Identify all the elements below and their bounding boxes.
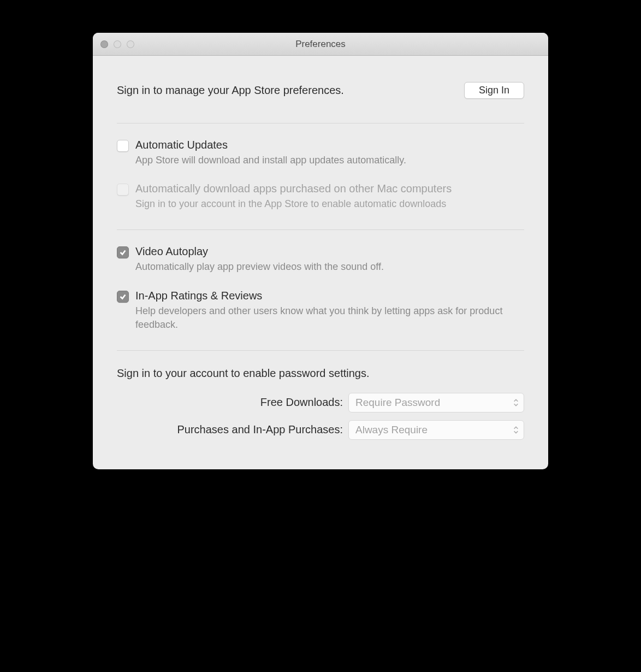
divider [117, 350, 524, 351]
free-downloads-value: Require Password [355, 397, 440, 409]
automatic-updates-checkbox[interactable] [117, 140, 129, 152]
video-autoplay-desc: Automatically play app preview videos wi… [135, 260, 524, 274]
auto-download-checkbox [117, 184, 129, 196]
pref-video-autoplay: Video Autoplay Automatically play app pr… [117, 245, 524, 274]
pref-automatic-updates: Automatic Updates App Store will downloa… [117, 139, 524, 167]
window-title: Preferences [93, 39, 548, 50]
purchases-select: Always Require [348, 420, 524, 440]
automatic-updates-desc: App Store will download and install app … [135, 154, 524, 167]
auto-download-desc: Sign in to your account in the App Store… [135, 197, 524, 211]
purchases-value: Always Require [355, 424, 428, 436]
stepper-icon [513, 398, 519, 408]
automatic-updates-label: Automatic Updates [135, 139, 524, 151]
preferences-window: Preferences Sign in to manage your App S… [93, 33, 548, 469]
auto-download-label: Automatically download apps purchased on… [135, 182, 524, 195]
divider [117, 229, 524, 230]
pref-text: Automatically download apps purchased on… [135, 182, 524, 211]
video-autoplay-checkbox[interactable] [117, 246, 129, 258]
purchases-label: Purchases and In-App Purchases: [117, 423, 343, 436]
check-icon [119, 249, 127, 256]
pref-text: In-App Ratings & Reviews Help developers… [135, 290, 524, 332]
pref-ratings-reviews: In-App Ratings & Reviews Help developers… [117, 290, 524, 332]
divider [117, 123, 524, 123]
ratings-reviews-checkbox[interactable] [117, 291, 129, 303]
password-heading: Sign in to your account to enable passwo… [117, 367, 524, 380]
signin-button[interactable]: Sign In [464, 82, 524, 99]
content: Sign in to manage your App Store prefere… [93, 56, 548, 469]
pref-text: Automatic Updates App Store will downloa… [135, 139, 524, 167]
traffic-lights [93, 40, 134, 48]
pref-text: Video Autoplay Automatically play app pr… [135, 245, 524, 274]
pref-auto-download: Automatically download apps purchased on… [117, 182, 524, 211]
free-downloads-row: Free Downloads: Require Password [117, 393, 524, 412]
ratings-reviews-label: In-App Ratings & Reviews [135, 290, 524, 302]
video-autoplay-label: Video Autoplay [135, 245, 524, 258]
minimize-icon [114, 40, 121, 48]
titlebar: Preferences [93, 33, 548, 56]
purchases-row: Purchases and In-App Purchases: Always R… [117, 420, 524, 440]
signin-prompt: Sign in to manage your App Store prefere… [117, 84, 344, 97]
stepper-icon [513, 425, 519, 435]
maximize-icon [127, 40, 134, 48]
check-icon [119, 293, 127, 300]
signin-row: Sign in to manage your App Store prefere… [117, 82, 524, 99]
free-downloads-label: Free Downloads: [117, 396, 343, 409]
close-icon[interactable] [100, 40, 108, 48]
free-downloads-select: Require Password [348, 393, 524, 412]
ratings-reviews-desc: Help developers and other users know wha… [135, 304, 524, 332]
